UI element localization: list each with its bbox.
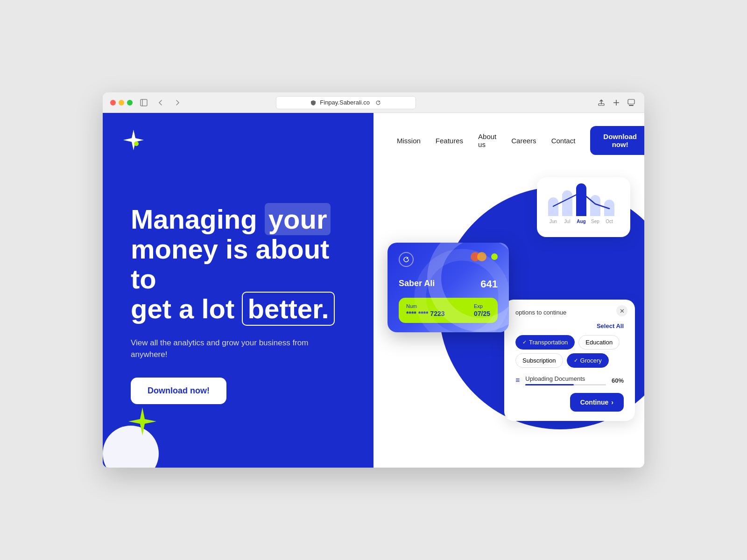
hero-left-panel: Managing your money is about to get a lo… <box>103 113 374 468</box>
browser-window: Finpay.Saberali.co <box>103 92 644 468</box>
upload-percentage: 60% <box>612 377 624 384</box>
url-text: Finpay.Saberali.co <box>320 99 370 106</box>
card-score: 641 <box>480 278 498 290</box>
tabs-icon[interactable] <box>626 97 637 108</box>
share-icon[interactable] <box>596 97 607 108</box>
continue-label: Continue <box>580 399 609 406</box>
tag-education[interactable]: Education <box>578 335 620 350</box>
back-icon[interactable] <box>155 97 166 108</box>
forward-icon[interactable] <box>172 97 183 108</box>
fullscreen-traffic-light[interactable] <box>127 100 133 105</box>
nav-download-button[interactable]: Download now! <box>590 126 644 155</box>
hero-title: Managing your money is about to get a lo… <box>131 204 345 323</box>
browser-toolbar: Finpay.Saberali.co <box>103 92 644 113</box>
tag-label-education: Education <box>585 339 613 346</box>
close-traffic-light[interactable] <box>110 100 116 105</box>
nav-careers[interactable]: Careers <box>511 137 536 145</box>
tag-grocery[interactable]: ✓ Grocery <box>567 353 609 368</box>
options-close-button[interactable]: ✕ <box>616 305 627 316</box>
refresh-icon[interactable] <box>375 100 381 105</box>
new-tab-icon[interactable] <box>611 97 622 108</box>
nav-features[interactable]: Features <box>436 137 463 145</box>
browser-right-icons <box>596 97 637 108</box>
mockup-area: Jun Jul Aug <box>374 168 644 468</box>
select-all-link[interactable]: Select All <box>515 322 624 329</box>
options-prompt: options to continue <box>515 309 624 316</box>
tag-check-icon: ✓ <box>522 339 527 345</box>
hero-subtitle: View all the analytics and grow your bus… <box>131 337 345 361</box>
tag-transportation[interactable]: ✓ Transportation <box>515 335 575 350</box>
svg-rect-5 <box>628 99 634 104</box>
hero-content: Managing your money is about to get a lo… <box>131 204 345 404</box>
nav-mission[interactable]: Mission <box>397 137 421 145</box>
logo[interactable] <box>121 128 146 154</box>
hero-title-better: better. <box>242 292 334 326</box>
hero-title-your: your <box>265 203 331 235</box>
upload-bar-fill <box>525 384 574 385</box>
nav-contact[interactable]: Contact <box>551 137 576 145</box>
deco-star-green <box>126 405 159 440</box>
hero-right-panel: Mission Features About us Careers Contac… <box>374 113 644 468</box>
traffic-lights <box>110 100 133 105</box>
logo-star-icon <box>121 128 146 152</box>
upload-info: Uploading Documents <box>525 375 606 385</box>
minimize-traffic-light[interactable] <box>119 100 124 105</box>
hero-title-line3: get a lot <box>131 294 242 324</box>
upload-row: ≡ Uploading Documents 60% <box>515 375 624 385</box>
hero-title-managing: Managing <box>131 204 265 234</box>
tag-label-subscription: Subscription <box>522 357 556 364</box>
address-bar[interactable]: Finpay.Saberali.co <box>276 96 416 109</box>
continue-button[interactable]: Continue › <box>570 393 624 412</box>
tag-label-transportation: Transportation <box>529 339 568 346</box>
options-card: ✕ options to continue Select All ✓ Trans… <box>504 300 635 421</box>
svg-point-8 <box>579 190 583 194</box>
website-content: Managing your money is about to get a lo… <box>103 113 644 468</box>
upload-label: Uploading Documents <box>525 375 606 382</box>
card-holder-name: Saber Ali <box>399 279 435 288</box>
tag-check-grocery-icon: ✓ <box>574 357 578 364</box>
upload-bar-track <box>525 384 606 385</box>
svg-point-7 <box>134 141 139 146</box>
continue-arrow-icon: › <box>611 399 613 406</box>
green-star-icon <box>126 405 159 438</box>
credit-card: Saber Ali 641 Num **** **** 7223 Exp 07/… <box>388 243 509 332</box>
continue-button-wrapper: Continue › <box>515 393 624 412</box>
hero-download-button[interactable]: Download now! <box>131 378 226 404</box>
tag-label-grocery: Grocery <box>580 357 602 364</box>
navbar: Mission Features About us Careers Contac… <box>374 113 644 168</box>
shield-icon <box>310 100 316 105</box>
tag-subscription[interactable]: Subscription <box>515 353 563 368</box>
hero-title-line2: money is about to <box>131 234 329 294</box>
upload-icon: ≡ <box>515 376 520 385</box>
options-tags: ✓ Transportation Education Subscription … <box>515 335 624 368</box>
chart-card: Jun Jul Aug <box>537 177 630 237</box>
card-name-score: Saber Ali 641 <box>399 278 498 290</box>
sidebar-toggle-icon[interactable] <box>138 97 149 108</box>
nav-about[interactable]: About us <box>478 133 496 148</box>
svg-rect-0 <box>141 99 147 106</box>
svg-rect-6 <box>629 105 634 106</box>
chart-line-svg <box>548 187 619 224</box>
